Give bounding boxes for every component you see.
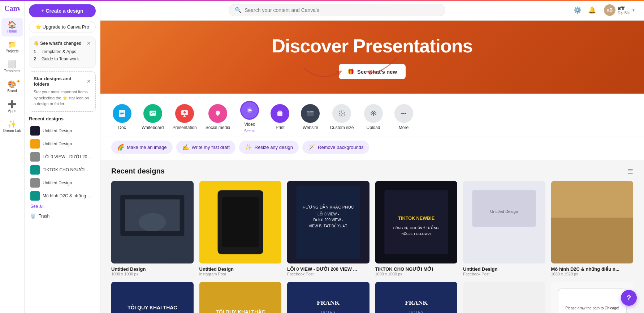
design-type-print[interactable]: Print (269, 104, 291, 130)
svg-text:FRANK: FRANK (317, 299, 340, 306)
main: 🔍 ⚙️ 🔔 aB afff Đại Bùi ▼ Discover Presen… (100, 0, 644, 313)
svg-text:HỌC AI, FOLLOW AI: HỌC AI, FOLLOW AI (401, 232, 431, 236)
write-draft-button[interactable]: ✍️ Write my first draft (176, 141, 235, 154)
star-card-close[interactable]: ✕ (87, 78, 91, 84)
print-icon (271, 104, 289, 123)
recent-thumb-5 (30, 178, 40, 188)
design-type-custom[interactable]: Custom size (330, 104, 354, 130)
design-type-website[interactable]: Website (299, 104, 321, 130)
svg-point-24 (405, 113, 406, 114)
more-icon (394, 104, 413, 123)
design-type-whiteboard[interactable]: Whiteboard (142, 104, 164, 130)
doc-label: Doc (118, 125, 126, 130)
design-card-8[interactable]: TÔI QUY KHAI THÁCSIMPLETB PRO HIỆU QUẢ (199, 282, 282, 313)
design-card-name-2: Untitled Design (199, 266, 282, 272)
svg-rect-4 (120, 115, 122, 115)
design-card-11[interactable]: @top.funny.science (463, 282, 545, 313)
design-card-10[interactable]: FRANKUOTES (375, 282, 458, 313)
recent-item-1[interactable]: Untitled Design (29, 124, 96, 137)
design-thumb-4: TIKTOK NEWBIECÔNG CỤ, NGUỒN Ý TƯỞNG,HỌC … (375, 181, 458, 263)
recent-item-6[interactable]: Mô hình D2C & những đ… (29, 189, 96, 202)
svg-text:UOTES: UOTES (321, 310, 336, 313)
svg-rect-55 (287, 282, 369, 313)
custom-label: Custom size (330, 125, 354, 130)
remove-bg-button[interactable]: 🪄 Remove backgrounds (302, 141, 369, 154)
recent-item-3[interactable]: LỖI 0 VIEW - DƯỚI 200 … (29, 150, 96, 163)
svg-point-7 (183, 111, 186, 113)
recent-title: Recent designs (111, 167, 165, 175)
upgrade-button[interactable]: ⭐ Upgrade to Canva Pro (29, 21, 96, 33)
custom-size-icon (332, 104, 351, 123)
recent-name-3: LỖI 0 VIEW - DƯỚI 200 … (43, 154, 93, 159)
sidebar-label-projects: Projects (5, 49, 18, 53)
recent-name-1: Untitled Design (43, 128, 72, 133)
sidebar-item-apps[interactable]: ➕ Apps (1, 98, 23, 116)
video-sublabel[interactable]: See all (244, 129, 255, 133)
design-types-section: Doc Whiteboard Presentation (100, 94, 644, 137)
svg-rect-58 (375, 282, 458, 313)
recent-thumb-3 (30, 152, 40, 162)
sidebar-item-brand[interactable]: 🎨 Brand (1, 78, 23, 96)
svg-point-23 (403, 113, 405, 114)
recent-item-4[interactable]: TIKTOK CHO NGƯỜI MỚI (29, 163, 96, 176)
brand-icon: 🎨 (8, 81, 17, 88)
sidebar-item-dreamlab[interactable]: ✨ Dream Lab (1, 117, 23, 136)
resize-button[interactable]: ✨ Resize any design (239, 141, 299, 154)
make-image-button[interactable]: 🌈 Make me an image (111, 141, 173, 154)
design-type-upload[interactable]: Upload (363, 104, 384, 130)
notifications-button[interactable]: 🔔 (587, 5, 597, 16)
design-card-1[interactable]: Untitled Design 1000 x 1000 px (111, 181, 194, 276)
recent-designs-header: Recent designs ☰ (111, 167, 633, 175)
designs-grid-row2: TÔI QUY KHAI THÁCSIMPLETB PRO HIỆU QUẢP4… (111, 282, 633, 313)
star-card-title: Star designs and folders (34, 76, 87, 87)
whats-changed-close[interactable]: ✕ (87, 40, 91, 46)
design-type-more[interactable]: More (393, 104, 415, 130)
settings-button[interactable]: ⚙️ (572, 5, 583, 16)
canva-logo[interactable]: Canva (4, 4, 20, 14)
design-card-4[interactable]: TIKTOK NEWBIECÔNG CỤ, NGUỒN Ý TƯỞNG,HỌC … (375, 181, 458, 276)
svg-text:DƯỚI 200 VIEW -: DƯỚI 200 VIEW - (313, 218, 343, 222)
svg-rect-11 (278, 111, 282, 112)
social-label: Social media (206, 125, 230, 130)
design-card-9[interactable]: FRANKUOTES (287, 282, 369, 313)
help-fab-button[interactable]: ? (621, 290, 637, 306)
sidebar-item-projects[interactable]: 📁 Projects (1, 38, 23, 56)
search-icon: 🔍 (235, 7, 242, 13)
svg-point-17 (309, 111, 310, 112)
recent-item-2[interactable]: Untitled Design (29, 137, 96, 150)
social-icon (208, 104, 227, 123)
search-input[interactable] (245, 7, 439, 13)
user-menu-button[interactable]: aB afff Đại Bùi ▼ (601, 3, 638, 17)
chevron-down-icon: ▼ (632, 8, 635, 12)
recent-item-5[interactable]: Untitled Design (29, 176, 96, 189)
gift-icon: 🎁 (347, 68, 354, 75)
trash-icon: 🗑️ (30, 214, 36, 219)
sidebar-item-templates[interactable]: ⬜ Templates (1, 58, 23, 76)
design-card-7[interactable]: TÔI QUY KHAI THÁCSIMPLETB PRO HIỆU QUẢP4… (111, 282, 194, 313)
trash-item[interactable]: 🗑️ Trash (29, 212, 96, 220)
sidebar-label-templates: Templates (4, 69, 21, 73)
recent-thumb-4 (30, 165, 40, 175)
design-type-doc[interactable]: Doc (111, 104, 133, 130)
design-card-6[interactable]: Mô hình D2C & những điều n... 1080 x 192… (551, 181, 634, 276)
design-card-3[interactable]: HƯỚNG DẪN KHẮC PHỤCLỖI 0 VIEW -DƯỚI 200 … (287, 181, 369, 276)
doc-icon (113, 104, 131, 123)
sidebar-label-apps: Apps (8, 109, 16, 113)
view-toggle-button[interactable]: ☰ (627, 167, 633, 175)
design-type-social[interactable]: Social media (206, 104, 230, 130)
svg-rect-47 (551, 218, 634, 263)
svg-text:Canva: Canva (4, 4, 20, 12)
svg-rect-33 (296, 186, 360, 259)
see-all-link[interactable]: See all (30, 204, 96, 209)
sidebar-item-home[interactable]: 🏠 Home (1, 18, 23, 37)
svg-point-22 (401, 113, 403, 114)
whiteboard-icon (143, 104, 162, 123)
design-card-5[interactable]: Untitled Design Untitled Design Facebook… (463, 181, 545, 276)
design-type-presentation[interactable]: Presentation (172, 104, 196, 130)
header-actions: ⚙️ 🔔 aB afff Đại Bùi ▼ (572, 3, 638, 17)
whats-item-1[interactable]: 1 Templates & Apps (34, 49, 91, 54)
whats-item-2[interactable]: 2 Guide to Teamwork (34, 56, 91, 61)
design-card-2[interactable]: Untitled Design Instagram Post (199, 181, 282, 276)
design-type-video[interactable]: Video See all (239, 101, 260, 133)
create-design-button[interactable]: + Create a design (29, 4, 96, 17)
